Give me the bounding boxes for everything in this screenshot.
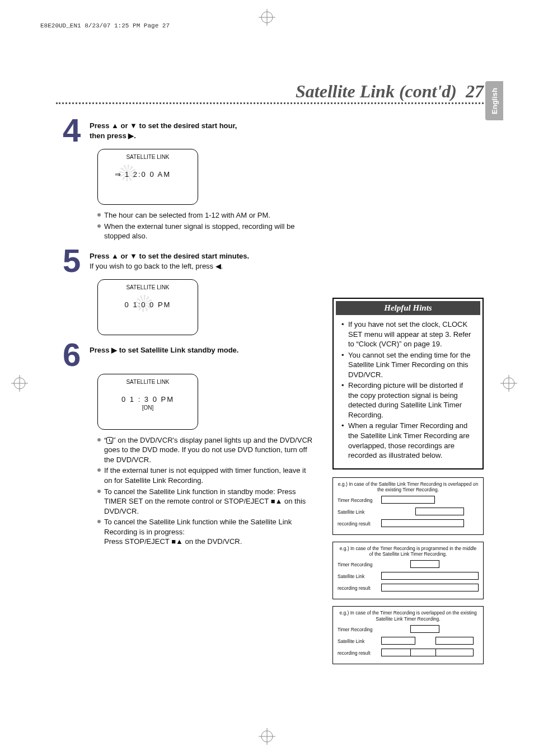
crop-mark-top <box>259 9 275 28</box>
diag-track <box>381 572 479 581</box>
diag-track <box>381 584 479 593</box>
diag-row: Satellite Link <box>338 637 479 646</box>
lcd5-title: SATELLITE LINK <box>105 284 191 290</box>
diag-row: recording result <box>338 519 479 528</box>
diag-row-label: Satellite Link <box>338 509 381 515</box>
diag2-body: Timer RecordingSatellite Linkrecording r… <box>338 560 479 593</box>
main-column: 4 Press ▲ or ▼ to set the desired start … <box>63 118 315 548</box>
diag1-caption: e.g.) In case of the Satellite Link Time… <box>338 481 479 492</box>
diag-bar <box>410 625 439 633</box>
helpful-hints-box: Helpful Hints If you have not set the cl… <box>332 298 484 469</box>
diag-row-label: recording result <box>338 650 381 656</box>
page-title-bar: Satellite Link (cont'd) 27 <box>56 81 484 102</box>
diag-bar <box>381 496 435 504</box>
diag-row-label: recording result <box>338 521 381 527</box>
diag-track <box>381 496 479 505</box>
lcd6-title: SATELLITE LINK <box>105 379 191 385</box>
sidebar: Helpful Hints If you have not set the cl… <box>332 298 484 671</box>
diag-row-label: Satellite Link <box>338 638 381 644</box>
lcd4-time: ⇒ 1 2:0 0 AM <box>105 170 191 179</box>
step-4-line1: Press ▲ or ▼ to set the desired start ho… <box>90 121 237 131</box>
lcd-step4: SATELLITE LINK ⇒ 1 2:0 0 AM <box>97 149 198 205</box>
diag-row: Satellite Link <box>338 508 479 516</box>
clock-icon <box>106 437 113 444</box>
diag-row: Timer Recording <box>338 496 479 505</box>
diag-bar <box>381 584 479 591</box>
step-5-text: Press ▲ or ▼ to set the desired start mi… <box>90 248 249 271</box>
lcd-step5: SATELLITE LINK 0 1:0 0 PM <box>97 279 198 335</box>
diag-row-label: Satellite Link <box>338 574 381 579</box>
diag-track <box>381 508 479 516</box>
diag-bar <box>435 637 474 645</box>
step-6: 6 Press ▶ to set Satellite Link standby … <box>63 342 315 368</box>
diag-track <box>381 560 479 569</box>
diag-bar <box>435 649 474 656</box>
diag-row: Timer Recording <box>338 625 479 634</box>
diag1-body: Timer RecordingSatellite Linkrecording r… <box>338 496 479 528</box>
step6-b3: To cancel the Satellite Link function in… <box>97 487 315 516</box>
step-6-text: Press ▶ to set Satellite Link standby mo… <box>90 342 238 355</box>
diag2-caption: e.g.) In case of the Timer Recording is … <box>338 546 479 557</box>
lcd5-minutes: 0 0 <box>141 300 154 309</box>
diag-track <box>381 637 479 646</box>
diag3-body: Timer RecordingSatellite Linkrecording r… <box>338 625 479 658</box>
lcd4-hour: 1 2 <box>125 170 138 179</box>
diag-row: recording result <box>338 584 479 593</box>
lcd4-title: SATELLITE LINK <box>105 154 191 160</box>
diag-track <box>381 519 479 528</box>
crop-mark-right <box>500 375 517 394</box>
diag3-caption: e.g.) In case of the Timer Recording is … <box>338 610 479 621</box>
step-4: 4 Press ▲ or ▼ to set the desired start … <box>63 118 315 143</box>
overlap-diagram-3: e.g.) In case of the Timer Recording is … <box>332 606 484 664</box>
diag-bar <box>415 508 464 515</box>
diag-track <box>381 625 479 634</box>
step-5-line1: Press ▲ or ▼ to set the desired start mi… <box>90 251 249 261</box>
page-title: Satellite Link (cont'd) 27 <box>296 81 484 102</box>
step6-bullets: “” on the DVD/VCR's display panel lights… <box>97 435 315 547</box>
title-divider <box>56 101 484 104</box>
overlap-diagram-1: e.g.) In case of the Satellite Link Time… <box>332 477 484 535</box>
page-number: 27 <box>466 81 484 101</box>
step-number-4: 4 <box>63 118 90 143</box>
step-6-line1: Press ▶ to set Satellite Link standby mo… <box>90 345 238 355</box>
hints-title: Helpful Hints <box>336 301 480 315</box>
language-tab: English <box>485 81 503 120</box>
crop-mark-left <box>11 375 28 394</box>
diag-row-label: Timer Recording <box>338 627 381 632</box>
lcd6-on: [ON] <box>105 405 191 411</box>
hint-4: When a regular Timer Recording and the S… <box>341 421 475 460</box>
step4-bullets: The hour can be selected from 1-12 with … <box>97 210 315 241</box>
diag-bar <box>381 519 464 527</box>
hints-list: If you have not set the clock, CLOCK SET… <box>336 315 480 466</box>
lcd6-time: 0 1 : 3 0 PM <box>105 395 191 403</box>
overlap-diagram-2: e.g.) In case of the Timer Recording is … <box>332 542 484 599</box>
step-4-line2: then press ▶. <box>90 131 237 141</box>
step-5: 5 Press ▲ or ▼ to set the desired start … <box>63 248 315 274</box>
hint-3: Recording picture will be distorted if t… <box>341 381 475 420</box>
diag-track <box>381 649 479 658</box>
step-5-line2: If you wish to go back to the left, pres… <box>90 261 249 271</box>
diag-row: recording result <box>338 649 479 658</box>
step6-b4: To cancel the Satellite Link function wh… <box>97 517 315 547</box>
hint-1: If you have not set the clock, CLOCK SET… <box>341 320 475 349</box>
diag-bar <box>410 560 439 568</box>
print-header: E8E20UD_EN1 8/23/07 1:25 PM Page 27 <box>40 22 170 29</box>
step-number-5: 5 <box>63 248 90 274</box>
step6-b2: If the external tuner is not equipped wi… <box>97 466 315 485</box>
language-label: English <box>490 88 499 114</box>
diag-bar <box>381 637 415 645</box>
diag-row: Timer Recording <box>338 560 479 569</box>
arrow-indicator-icon: ⇒ <box>115 170 122 179</box>
lcd-step6: SATELLITE LINK 0 1 : 3 0 PM [ON] <box>97 374 198 430</box>
diag-row-label: Timer Recording <box>338 497 381 503</box>
diag-bar <box>381 572 479 580</box>
hint-2: You cannot set the ending time for the S… <box>341 350 475 380</box>
step6-b1: “” on the DVD/VCR's display panel lights… <box>97 435 315 465</box>
diag-row-label: Timer Recording <box>338 562 381 567</box>
diag-row: Satellite Link <box>338 572 479 581</box>
lcd5-time: 0 1:0 0 PM <box>105 300 191 309</box>
diag-row-label: recording result <box>338 585 381 591</box>
crop-mark-bottom <box>259 728 275 747</box>
step-4-text: Press ▲ or ▼ to set the desired start ho… <box>90 118 237 140</box>
step4-b1: The hour can be selected from 1-12 with … <box>97 210 315 220</box>
